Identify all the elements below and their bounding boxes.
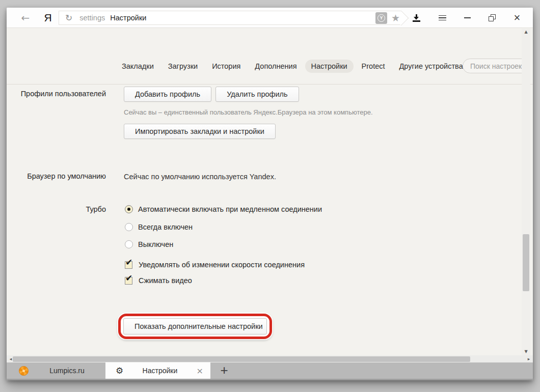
checkbox-checked-icon: ✔ [125, 277, 132, 285]
protect-badge-icon[interactable]: Y [375, 12, 387, 24]
horizontal-scrollbar[interactable]: ◂ ▸ [7, 355, 533, 362]
reload-icon[interactable]: ↻ [65, 14, 72, 22]
hamburger-icon [439, 15, 446, 21]
remove-profile-button[interactable]: Удалить профиль [215, 87, 299, 102]
restore-icon [489, 14, 496, 21]
default-browser-status: Сейчас по умолчанию используется Yandex. [124, 173, 276, 181]
checkbox-label: Уведомлять об изменении скорости соедине… [139, 261, 305, 269]
profiles-section-label: Профили пользователей [14, 89, 106, 99]
download-icon [413, 14, 420, 22]
minimize-icon [464, 17, 471, 18]
browser-window: ← Я ↻ settings Настройки Y ★ × [7, 8, 533, 380]
tab-settings-active[interactable]: ⚙ Настройки × [105, 362, 210, 379]
nav-tab-settings[interactable]: Настройки [305, 60, 354, 73]
yandex-logo[interactable]: Я [40, 11, 56, 24]
bookmark-star-icon[interactable]: ★ [391, 12, 400, 23]
checkbox-checked-icon: ✔ [125, 261, 132, 269]
radio-label: Выключен [138, 240, 173, 248]
turbo-checkbox-notify[interactable]: ✔ Уведомлять об изменении скорости соеди… [125, 261, 305, 269]
show-advanced-settings-button[interactable]: Показать дополнительные настройки [123, 318, 267, 334]
profiles-buttons: Добавить профиль Удалить профиль [124, 87, 299, 102]
turbo-label: Турбо [14, 205, 106, 214]
address-bar[interactable]: ↻ settings Настройки Y ★ [59, 11, 401, 25]
tab-title: Lumpics.ru [29, 367, 105, 375]
nav-tab-protect[interactable]: Protect [356, 60, 391, 73]
downloads-button[interactable] [407, 8, 425, 28]
gear-icon: ⚙ [116, 366, 123, 376]
tab-close-icon[interactable]: × [197, 366, 203, 376]
minimize-button[interactable] [458, 8, 476, 28]
address-title: Настройки [110, 14, 146, 22]
settings-nav: Закладки Загрузки История Дополнения Нас… [116, 60, 469, 73]
scroll-down-icon[interactable]: ▼ [522, 348, 530, 355]
radio-icon [125, 223, 133, 231]
default-browser-label: Браузер по умолчанию [14, 172, 106, 181]
checkbox-label: Сжимать видео [139, 276, 192, 285]
address-query: settings [79, 14, 105, 22]
import-row: Импортировать закладки и настройки [124, 124, 276, 139]
new-tab-button[interactable]: + [215, 362, 233, 379]
close-button[interactable]: × [508, 8, 526, 28]
tab-bar: Lumpics.ru ⚙ Настройки × + [7, 362, 533, 379]
red-highlight-annotation: Показать дополнительные настройки [118, 314, 272, 339]
window-bottom-edge [7, 379, 533, 380]
header-divider [7, 84, 533, 85]
browser-chrome: ← Я ↻ settings Настройки Y ★ × [7, 8, 533, 28]
menu-button[interactable] [433, 8, 451, 28]
nav-tab-history[interactable]: История [206, 60, 247, 73]
nav-tab-downloads[interactable]: Загрузки [162, 60, 204, 73]
import-bookmarks-button[interactable]: Импортировать закладки и настройки [124, 124, 276, 139]
radio-label: Всегда включен [138, 223, 193, 231]
close-icon: × [514, 12, 521, 23]
checkmark-icon: ✔ [125, 273, 132, 283]
nav-tab-bookmarks[interactable]: Закладки [116, 60, 160, 73]
tab-title: Настройки [123, 367, 196, 375]
vertical-scrollbar[interactable]: ▲ ▼ [522, 29, 530, 355]
tab-lumpics[interactable]: Lumpics.ru [7, 362, 105, 379]
restore-button[interactable] [483, 8, 501, 28]
add-profile-button[interactable]: Добавить профиль [124, 87, 211, 102]
protect-letter: Y [377, 14, 385, 22]
radio-icon [125, 240, 133, 248]
vertical-scrollbar-thumb[interactable] [523, 234, 529, 291]
nav-tab-other-devices[interactable]: Другие устройства [393, 60, 469, 73]
turbo-checkbox-video[interactable]: ✔ Сжимать видео [125, 276, 192, 285]
profiles-note: Сейчас вы – единственный пользователь Ян… [124, 108, 373, 116]
nav-tab-extensions[interactable]: Дополнения [249, 60, 303, 73]
settings-header: Закладки Загрузки История Дополнения Нас… [7, 28, 533, 64]
turbo-radio-always[interactable]: Всегда включен [125, 223, 193, 231]
scroll-up-icon[interactable]: ▲ [522, 29, 530, 36]
back-button[interactable]: ← [17, 12, 34, 24]
turbo-radio-auto[interactable]: Автоматически включать при медленном сое… [125, 205, 322, 213]
lumpics-favicon-icon [19, 366, 29, 376]
horizontal-scrollbar-thumb[interactable] [13, 356, 470, 362]
settings-search-input[interactable] [463, 59, 530, 73]
turbo-radio-off[interactable]: Выключен [125, 240, 173, 248]
radio-selected-icon [125, 205, 133, 213]
address-bar-actions: Y ★ [375, 12, 401, 24]
checkmark-icon: ✔ [125, 257, 132, 267]
radio-label: Автоматически включать при медленном сое… [138, 205, 322, 213]
scroll-right-icon[interactable]: ▸ [525, 355, 532, 362]
